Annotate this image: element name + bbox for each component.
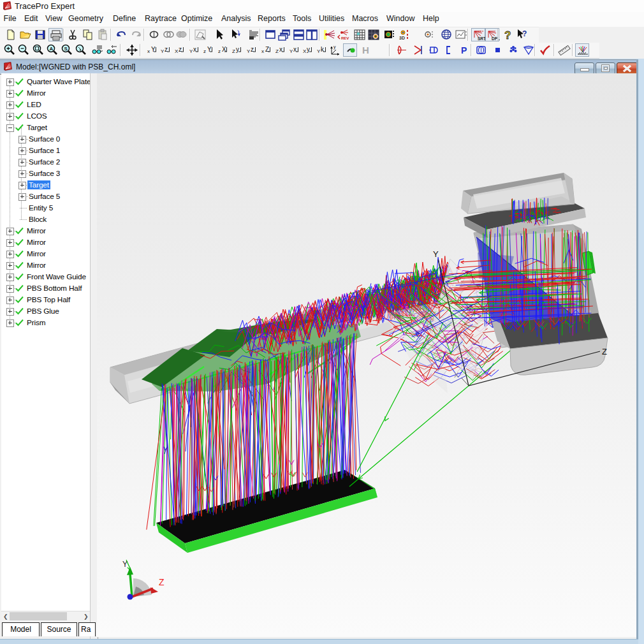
svg-text:Y: Y — [433, 249, 439, 259]
svg-text:Z: Z — [159, 577, 165, 587]
svg-text:Y: Y — [122, 560, 128, 569]
svg-text:y: y — [333, 45, 336, 50]
svg-text:X: X — [454, 371, 459, 379]
svg-text:x: x — [147, 48, 150, 54]
svg-text:REV: REV — [341, 36, 349, 40]
svg-text:?: ? — [504, 29, 511, 41]
svg-text:Z: Z — [602, 347, 607, 356]
svg-text:H: H — [362, 45, 369, 55]
svg-text:?: ? — [522, 29, 527, 38]
svg-text:x: x — [261, 48, 264, 54]
svg-text:Z: Z — [275, 48, 279, 54]
svg-text:z: z — [218, 48, 221, 54]
svg-text:Z: Z — [232, 48, 235, 54]
svg-text:S: S — [64, 46, 68, 52]
svg-text:z: z — [203, 48, 206, 54]
svg-text:DPL: DPL — [492, 36, 500, 41]
svg-text:3D: 3D — [399, 36, 405, 40]
svg-text:P: P — [461, 45, 467, 55]
svg-text:A: A — [50, 46, 54, 52]
